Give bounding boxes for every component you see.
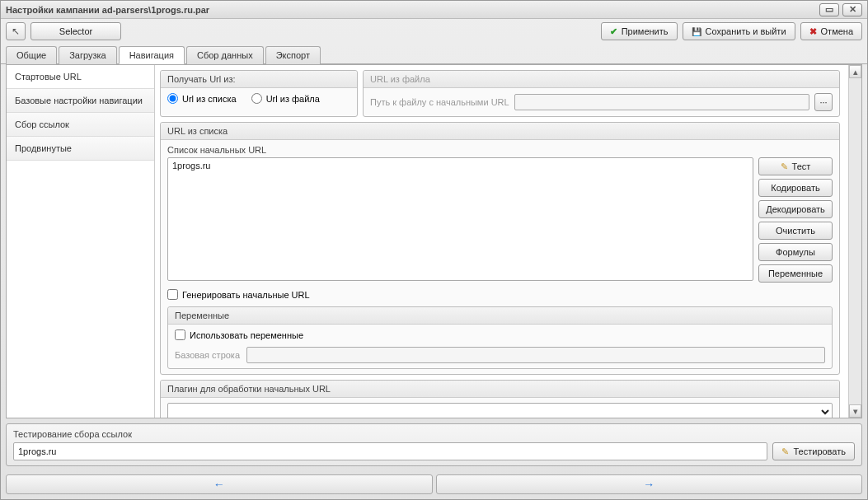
main: Стартовые URL Базовые настройки навигаци… [6,64,862,418]
nav-prev-button[interactable]: ← [6,474,433,494]
minimize-button[interactable]: ▭ [819,3,839,16]
url-list-textarea[interactable]: 1progs.ru [167,157,753,281]
test-url-button[interactable]: Тест [758,157,833,175]
apply-label: Применить [622,26,669,36]
test-links-title: Тестирование сбора ссылок [13,429,855,439]
test-url-input[interactable] [13,442,767,460]
wand-icon [781,161,788,172]
titlebar: Настройки кампании ad-parsers\1progs.ru.… [1,1,867,19]
group-get-url-from: Получать Url из: Url из списка Url из фа… [160,70,358,117]
base-string-label: Базовая строка [175,350,240,360]
selector-cursor-button[interactable] [6,22,26,40]
browse-file-button[interactable]: ··· [814,93,833,111]
url-from-file-title: URL из файла [364,71,839,88]
cursor-icon [12,26,20,37]
window: Настройки кампании ad-parsers\1progs.ru.… [0,0,868,500]
clear-button[interactable]: Очистить [758,222,833,240]
group-plugin: Плагин для обработки начальных URL [160,380,840,418]
formulas-button[interactable]: Формулы [758,243,833,261]
variables-button[interactable]: Переменные [758,264,833,283]
sidebar-item-basic-nav[interactable]: Базовые настройки навигации [7,89,154,113]
group-url-from-file: URL из файла Путь к файлу с начальными U… [363,70,840,117]
url-from-file-input [514,94,809,110]
plugin-select[interactable] [167,403,833,418]
scroll-down-arrow[interactable]: ▾ [849,404,861,418]
window-title: Настройки кампании ad-parsers\1progs.ru.… [6,5,816,15]
base-string-input [246,347,825,363]
save-exit-button[interactable]: Сохранить и выйти [683,22,795,40]
cancel-button[interactable]: Отмена [800,22,862,40]
tab-navigation[interactable]: Навигация [119,46,185,64]
sidebar-item-link-collect[interactable]: Сбор ссылок [7,113,154,137]
scroll-up-arrow[interactable]: ▴ [849,65,861,78]
tab-load[interactable]: Загрузка [59,46,116,64]
radio-url-file[interactable]: Url из файла [251,93,320,104]
variables-title: Переменные [168,307,832,325]
url-from-file-label: Путь к файлу с начальными URL [370,97,509,107]
use-variables-checkbox[interactable]: Использовать переменные [175,329,303,340]
save-exit-label: Сохранить и выйти [706,26,786,36]
tab-export[interactable]: Экспорт [265,46,321,64]
arrow-left-icon: ← [213,478,225,491]
radio-url-list[interactable]: Url из списка [167,93,237,104]
group-variables: Переменные Использовать переменные Базов… [167,306,833,369]
tab-collect[interactable]: Сбор данных [186,46,264,64]
tab-general[interactable]: Общие [6,46,57,64]
save-icon [692,26,701,36]
decode-button[interactable]: Декодировать [758,200,833,218]
test-links-section: Тестирование сбора ссылок Тестировать [6,423,862,466]
arrow-right-icon: → [643,478,655,491]
test-run-button[interactable]: Тестировать [772,442,855,460]
apply-button[interactable]: Применить [601,22,678,40]
toolbar: Selector Применить Сохранить и выйти Отм… [1,19,867,44]
selector-button[interactable]: Selector [30,22,121,40]
tabs: Общие Загрузка Навигация Сбор данных Экс… [1,45,867,64]
url-list-buttons: Тест Кодировать Декодировать Очистить Фо… [758,157,833,283]
sidebar: Стартовые URL Базовые настройки навигаци… [7,65,155,418]
nav-next-button[interactable]: → [436,474,863,494]
url-list-label: Список начальных URL [167,145,833,155]
plugin-title: Плагин для обработки начальных URL [161,381,839,398]
sidebar-item-start-url[interactable]: Стартовые URL [7,65,154,89]
scroll-track[interactable] [849,78,861,404]
cancel-label: Отмена [821,26,853,36]
content-scrollbar[interactable]: ▴ ▾ [848,65,861,418]
generate-urls-checkbox[interactable]: Генерировать начальные URL [167,289,310,300]
check-icon [610,26,617,37]
sidebar-item-advanced[interactable]: Продвинутые [7,137,154,161]
nav-arrows: ← → [6,474,862,494]
get-url-from-title: Получать Url из: [161,71,357,88]
encode-button[interactable]: Кодировать [758,179,833,197]
cancel-icon [809,26,817,37]
wand-icon [781,446,789,457]
group-url-list: URL из списка Список начальных URL 1prog… [160,122,840,375]
close-button[interactable]: ✕ [842,3,862,16]
content: Получать Url из: Url из списка Url из фа… [155,65,848,418]
url-list-title: URL из списка [161,123,839,140]
